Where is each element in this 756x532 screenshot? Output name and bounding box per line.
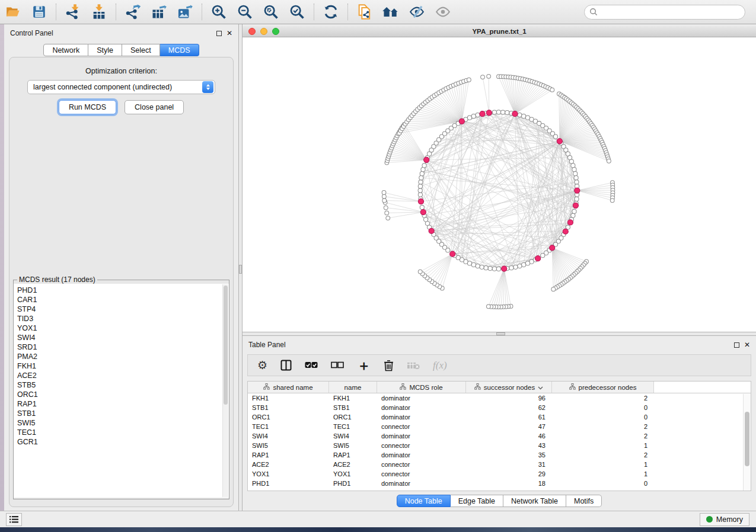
mcds-list-item[interactable]: PMA2 — [17, 352, 229, 361]
network-window-titlebar[interactable]: YPA_prune.txt_1 — [243, 26, 756, 37]
close-panel-button[interactable]: Close panel — [125, 100, 184, 114]
tab-select[interactable]: Select — [122, 44, 160, 56]
import-table-icon[interactable] — [88, 2, 110, 21]
cell-shared_name[interactable]: ACE2 — [248, 461, 329, 468]
export-image-icon[interactable] — [174, 2, 196, 21]
mcds-list-item[interactable]: GCR1 — [17, 437, 229, 447]
cell-shared_name[interactable]: STB1 — [248, 404, 329, 411]
export-table-icon[interactable] — [148, 2, 170, 21]
splitter-handle[interactable] — [496, 332, 505, 335]
mcds-list-scrollbar[interactable] — [222, 284, 228, 497]
cell-name[interactable]: TEC1 — [329, 423, 377, 430]
mcds-list-item[interactable]: YOX1 — [17, 323, 229, 333]
mcds-list-item[interactable]: SWI5 — [17, 418, 229, 428]
cell-name[interactable]: PHD1 — [329, 480, 377, 487]
tab-edge-table[interactable]: Edge Table — [451, 495, 503, 507]
cell-successor_nodes[interactable]: 43 — [466, 442, 552, 449]
cell-mcds_role[interactable]: dominator — [377, 451, 466, 459]
mcds-list-item[interactable]: STB1 — [17, 409, 229, 418]
mcds-list-item[interactable]: PHD1 — [17, 286, 229, 295]
open-file-icon[interactable] — [2, 2, 24, 21]
column-header-successor-nodes[interactable]: successor nodes — [466, 382, 552, 393]
float-panel-icon[interactable] — [216, 31, 222, 36]
search-input[interactable] — [601, 8, 740, 16]
cell-successor_nodes[interactable]: 29 — [466, 470, 552, 477]
tab-network-table[interactable]: Network Table — [503, 495, 566, 507]
close-panel-icon[interactable]: ✕ — [227, 31, 232, 36]
cell-mcds_role[interactable]: connector — [377, 423, 466, 430]
column-header-MCDS-role[interactable]: MCDS role — [377, 382, 466, 393]
cell-successor_nodes[interactable]: 18 — [466, 480, 552, 487]
table-row[interactable]: ORC1ORC1dominator610 — [248, 412, 751, 422]
table-row[interactable]: SWI4SWI4dominator462 — [248, 431, 751, 441]
mcds-result-list[interactable]: PHD1CAR1STP4TID3YOX1SWI4SRD1PMA2FKH1ACE2… — [14, 284, 229, 447]
table-row[interactable]: TEC1TEC1connector472 — [248, 422, 751, 431]
column-header-shared-name[interactable]: shared name — [248, 382, 329, 393]
table-row[interactable]: ACE2ACE2connector311 — [248, 460, 751, 469]
cell-mcds_role[interactable]: connector — [377, 470, 466, 477]
network-canvas[interactable] — [243, 37, 756, 332]
mcds-list-item[interactable]: FKH1 — [17, 361, 229, 371]
cell-predecessor_nodes[interactable]: 1 — [552, 461, 654, 468]
cell-predecessor_nodes[interactable]: 1 — [552, 442, 654, 449]
tab-mcds[interactable]: MCDS — [160, 44, 199, 56]
hide-selected-icon[interactable] — [406, 2, 428, 21]
cell-name[interactable]: SWI5 — [329, 442, 377, 449]
select-all-icon[interactable] — [305, 361, 318, 369]
horizontal-splitter[interactable] — [243, 332, 756, 336]
cell-mcds_role[interactable]: dominator — [377, 414, 466, 421]
table-row[interactable]: YOX1YOX1connector291 — [248, 469, 751, 479]
memory-button[interactable]: Memory — [700, 513, 749, 526]
optimization-criterion-select[interactable]: largest connected component (undirected) — [27, 80, 215, 94]
mcds-list-item[interactable]: SRD1 — [17, 342, 229, 352]
zoom-fit-icon[interactable] — [260, 2, 282, 21]
first-neighbors-icon[interactable] — [379, 2, 402, 21]
search-box[interactable] — [584, 5, 745, 20]
cell-successor_nodes[interactable]: 31 — [466, 461, 552, 468]
close-panel-icon[interactable]: ✕ — [744, 342, 750, 348]
cell-shared_name[interactable]: ORC1 — [248, 414, 329, 421]
table-row[interactable]: RAP1RAP1dominator352 — [248, 450, 751, 460]
cell-shared_name[interactable]: PHD1 — [248, 480, 329, 487]
tab-network[interactable]: Network — [43, 44, 88, 56]
cell-predecessor_nodes[interactable]: 2 — [552, 432, 654, 440]
deselect-all-icon[interactable] — [331, 361, 344, 369]
cell-name[interactable]: RAP1 — [329, 451, 377, 459]
cell-predecessor_nodes[interactable]: 2 — [552, 395, 654, 402]
cell-successor_nodes[interactable]: 96 — [466, 395, 552, 402]
cell-successor_nodes[interactable]: 46 — [466, 432, 552, 440]
zoom-in-icon[interactable] — [208, 2, 230, 21]
cell-mcds_role[interactable]: dominator — [377, 395, 466, 402]
cell-mcds_role[interactable]: connector — [377, 442, 466, 449]
cell-name[interactable]: FKH1 — [329, 395, 377, 402]
mcds-list-item[interactable]: STP4 — [17, 305, 229, 314]
cell-shared_name[interactable]: TEC1 — [248, 423, 329, 430]
zoom-out-icon[interactable] — [234, 2, 256, 21]
cell-successor_nodes[interactable]: 61 — [466, 414, 552, 421]
cell-shared_name[interactable]: YOX1 — [248, 470, 329, 477]
cell-mcds_role[interactable]: dominator — [377, 480, 466, 487]
cell-shared_name[interactable]: RAP1 — [248, 451, 329, 459]
tab-style[interactable]: Style — [88, 44, 122, 56]
cell-successor_nodes[interactable]: 47 — [466, 423, 552, 430]
cell-name[interactable]: YOX1 — [329, 470, 377, 477]
table-row[interactable]: PHD1PHD1dominator180 — [248, 479, 751, 488]
column-header-predecessor-nodes[interactable]: predecessor nodes — [552, 382, 654, 393]
refresh-icon[interactable] — [320, 2, 342, 21]
cell-mcds_role[interactable]: connector — [377, 461, 466, 468]
vertical-splitter[interactable] — [238, 24, 243, 511]
cell-mcds_role[interactable]: dominator — [377, 404, 466, 411]
mcds-list-item[interactable]: CAR1 — [17, 295, 229, 305]
add-column-icon[interactable]: ＋ — [357, 360, 371, 371]
table-row[interactable]: SWI5SWI5connector431 — [248, 441, 751, 450]
cell-predecessor_nodes[interactable]: 2 — [552, 451, 654, 459]
mcds-list-item[interactable]: ACE2 — [17, 371, 229, 380]
cell-shared_name[interactable]: FKH1 — [248, 395, 329, 402]
tab-motifs[interactable]: Motifs — [566, 495, 602, 507]
task-history-button[interactable] — [6, 513, 22, 526]
mcds-list-item[interactable]: ORC1 — [17, 390, 229, 399]
cell-name[interactable]: ORC1 — [329, 414, 377, 421]
cell-predecessor_nodes[interactable]: 0 — [552, 404, 654, 411]
cell-name[interactable]: ACE2 — [329, 461, 377, 468]
cell-successor_nodes[interactable]: 35 — [466, 451, 552, 459]
